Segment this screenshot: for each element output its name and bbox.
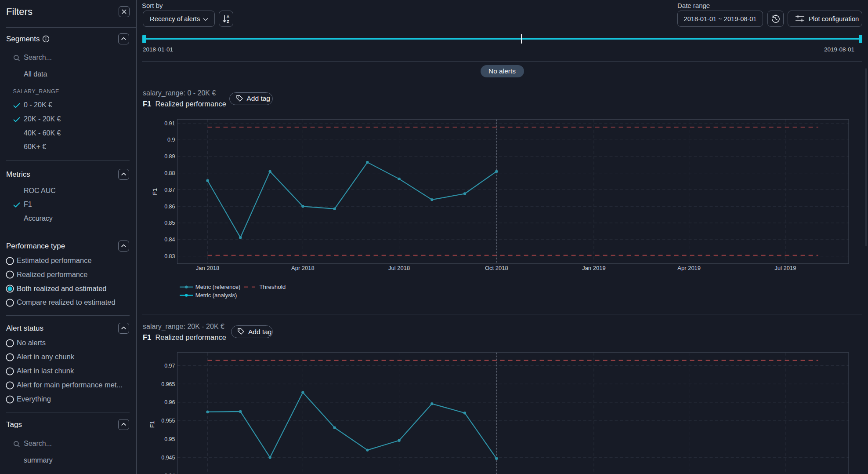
svg-text:Metric (reference): Metric (reference) [195,284,241,290]
svg-text:0.97: 0.97 [164,363,175,369]
svg-text:0.945: 0.945 [161,455,175,461]
svg-text:0.96: 0.96 [164,399,175,405]
svg-text:Jan 2019: Jan 2019 [582,265,606,271]
svg-text:0.91: 0.91 [164,120,175,127]
svg-text:0.83: 0.83 [164,253,175,259]
svg-text:0.955: 0.955 [161,418,175,424]
svg-text:0.87: 0.87 [164,187,175,193]
svg-text:0.95: 0.95 [164,436,175,442]
svg-text:Threshold: Threshold [259,284,286,290]
svg-text:F1: F1 [149,421,156,428]
svg-text:F1: F1 [152,188,158,195]
svg-text:Oct 2018: Oct 2018 [485,265,508,271]
svg-text:Apr 2019: Apr 2019 [677,265,701,271]
svg-text:Apr 2018: Apr 2018 [291,265,315,271]
svg-text:Metric (analysis): Metric (analysis) [195,292,237,299]
svg-text:0.9: 0.9 [167,137,175,143]
svg-text:0.88: 0.88 [164,170,175,176]
svg-text:0.85: 0.85 [164,220,175,226]
svg-text:0.86: 0.86 [164,204,175,210]
svg-text:Jul 2019: Jul 2019 [774,265,796,271]
svg-text:0.89: 0.89 [164,153,175,160]
svg-text:Jul 2018: Jul 2018 [388,265,410,271]
svg-text:0.965: 0.965 [161,381,175,387]
svg-text:0.84: 0.84 [164,237,175,243]
svg-text:Jan 2018: Jan 2018 [196,265,220,271]
